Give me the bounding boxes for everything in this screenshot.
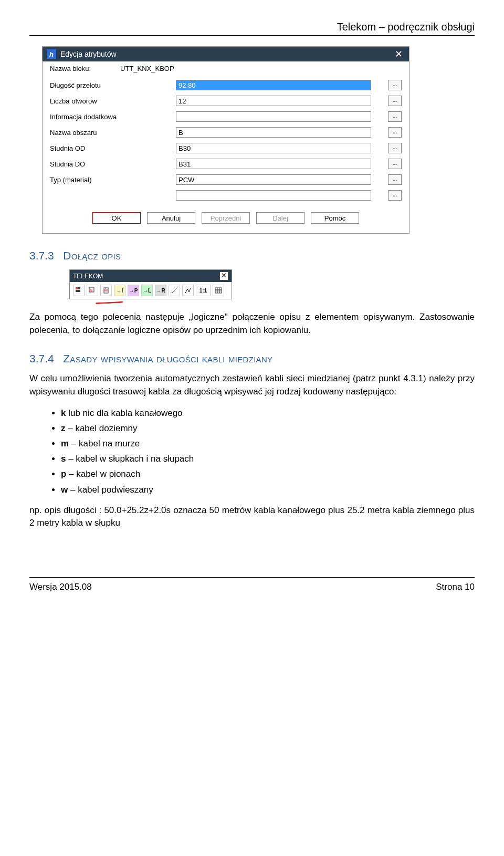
block-name-value: UTT_KNX_KBOP: [120, 65, 174, 72]
section-373-paragraph: Za pomocą tego polecenia następuje „logi…: [29, 311, 475, 337]
toolbar-ratio-button[interactable]: 1:1: [196, 285, 211, 296]
section-374-paragraph-2: np. opis długości : 50.0+25.2z+2.0s ozna…: [29, 504, 475, 530]
field-input-dlugosc[interactable]: [176, 80, 371, 90]
edit-attributes-dialog: h Edycja atrybutów ✕ Nazwa bloku: UTT_KN…: [42, 46, 410, 234]
svg-rect-9: [215, 288, 222, 293]
field-label: Długość przelotu: [50, 81, 176, 89]
field-input-liczba-otworow[interactable]: [176, 96, 371, 106]
footer-version: Wersja 2015.08: [29, 582, 92, 592]
toolbar-btn-l[interactable]: →L: [141, 285, 153, 296]
block-name-label: Nazwa bloku:: [50, 65, 108, 72]
toolbar-icon-2[interactable]: E: [87, 285, 98, 296]
list-item: k lub nic dla kabla kanałowego: [61, 406, 475, 420]
section-heading-373: 3.7.3 Dołącz opis: [29, 249, 475, 262]
telekom-toolbar: TELEKOM ✕ E t →I →P →L →R 1:1: [69, 269, 232, 299]
toolbar-title: TELEKOM: [73, 273, 103, 280]
dialog-app-icon: h: [47, 49, 56, 59]
toolbar-btn-r[interactable]: →R: [155, 285, 166, 296]
toolbar-btn-p[interactable]: →P: [128, 285, 139, 296]
annotation-underline: [96, 300, 123, 305]
toolbar-btn-i[interactable]: →I: [114, 285, 125, 296]
ellipsis-button[interactable]: ...: [388, 111, 402, 122]
svg-rect-2: [76, 290, 78, 292]
section-374-paragraph-1: W celu umożliwienia tworzenia automatycz…: [29, 372, 475, 398]
field-label: Nazwa obszaru: [50, 129, 176, 137]
svg-rect-3: [78, 290, 80, 292]
ellipsis-button[interactable]: ...: [388, 96, 402, 106]
list-item: z – kabel doziemny: [61, 421, 475, 435]
field-input-typ-material[interactable]: [176, 174, 371, 185]
svg-line-8: [172, 288, 177, 293]
field-input-studnia-do[interactable]: [176, 159, 371, 169]
field-label: Informacja dodatkowa: [50, 113, 176, 121]
toolbar-titlebar: TELEKOM ✕: [70, 270, 232, 282]
list-item: s – kabel w słupkach i na słupach: [61, 452, 475, 466]
svg-rect-0: [76, 287, 78, 289]
dialog-titlebar: h Edycja atrybutów ✕: [43, 47, 409, 61]
close-icon[interactable]: ✕: [393, 49, 405, 59]
toolbar-icon-1[interactable]: [73, 285, 85, 296]
field-label: Typ (materiał): [50, 176, 176, 184]
ellipsis-button[interactable]: ...: [388, 127, 402, 138]
previous-button[interactable]: Poprzedni: [202, 212, 250, 224]
code-list: k lub nic dla kabla kanałowego z – kabel…: [29, 406, 475, 497]
document-header: Telekom – podręcznik obsługi: [29, 21, 475, 33]
help-button[interactable]: Pomoc: [311, 212, 359, 224]
field-input-studnia-od[interactable]: [176, 143, 371, 153]
toolbar-line-icon[interactable]: [169, 285, 180, 296]
field-label: Liczba otworów: [50, 97, 176, 105]
field-label: Studnia DO: [50, 160, 176, 168]
footer-page: Strona 10: [436, 582, 475, 592]
toolbar-icon-3[interactable]: t: [100, 285, 112, 296]
section-heading-374: 3.7.4 Zasady wpisywania długości kabli m…: [29, 352, 475, 365]
list-item: m – kabel na murze: [61, 436, 475, 451]
svg-rect-1: [78, 287, 80, 289]
toolbar-polyline-icon[interactable]: [182, 285, 194, 296]
list-item: w – kabel podwieszany: [61, 483, 475, 497]
ellipsis-button[interactable]: ...: [388, 143, 402, 153]
toolbar-table-icon[interactable]: [213, 285, 224, 296]
field-input-nazwa-obszaru[interactable]: [176, 127, 371, 138]
next-button[interactable]: Dalej: [256, 212, 304, 224]
footer-rule: [29, 577, 475, 578]
cancel-button[interactable]: Anuluj: [147, 212, 195, 224]
list-item: p – kabel w pionach: [61, 467, 475, 481]
header-rule: [29, 35, 475, 36]
field-label: Studnia OD: [50, 144, 176, 152]
ellipsis-button[interactable]: ...: [388, 174, 402, 185]
close-icon[interactable]: ✕: [219, 272, 228, 280]
ellipsis-button[interactable]: ...: [388, 159, 402, 169]
svg-text:E: E: [90, 288, 93, 292]
field-input-empty[interactable]: [176, 190, 371, 201]
ok-button[interactable]: OK: [92, 212, 141, 224]
ellipsis-button[interactable]: ...: [388, 190, 402, 201]
dialog-title: Edycja atrybutów: [60, 50, 117, 58]
field-input-informacja[interactable]: [176, 111, 371, 122]
ellipsis-button[interactable]: ...: [388, 80, 402, 90]
